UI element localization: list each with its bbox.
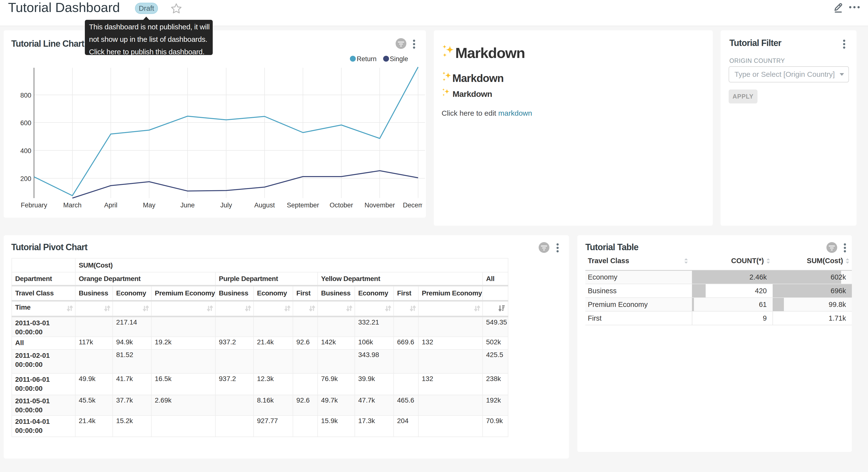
svg-text:May: May: [143, 202, 156, 209]
svg-text:August: August: [254, 202, 275, 209]
svg-text:December: December: [403, 202, 426, 209]
svg-text:March: March: [63, 202, 82, 209]
svg-text:400: 400: [20, 147, 31, 154]
svg-text:600: 600: [20, 119, 31, 127]
svg-text:February: February: [21, 202, 48, 209]
svg-text:Single: Single: [390, 55, 408, 63]
svg-text:November: November: [365, 202, 395, 209]
svg-text:800: 800: [20, 92, 31, 99]
svg-text:September: September: [287, 202, 319, 209]
svg-text:200: 200: [20, 175, 31, 182]
svg-text:April: April: [104, 202, 117, 209]
svg-text:October: October: [330, 202, 353, 209]
svg-text:July: July: [220, 202, 232, 209]
svg-text:Return: Return: [357, 55, 376, 63]
svg-text:June: June: [181, 202, 195, 209]
